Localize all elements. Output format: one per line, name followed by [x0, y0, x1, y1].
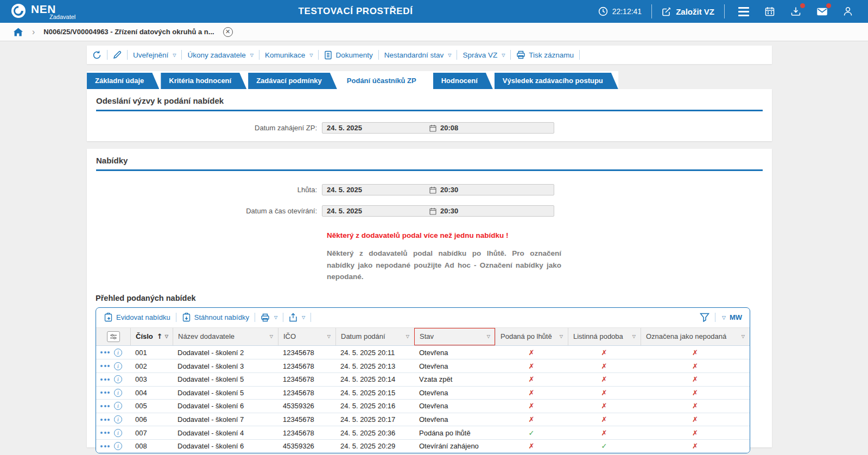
tab-4[interactable]: Podání účastníků ZP — [339, 73, 432, 89]
filter-caret-icon[interactable]: ▽ — [487, 334, 490, 339]
cell-ico: 12345678 — [278, 349, 335, 357]
column-header-nazev-dodavatele[interactable]: Název dodavatele▽ — [173, 328, 278, 345]
row-info-icon[interactable]: i — [114, 389, 122, 397]
stahnout-nabidky-button[interactable]: Stáhnout nabídky — [182, 313, 249, 322]
lhuta-field[interactable]: 24. 5. 2025 20:30 — [322, 184, 554, 195]
mw-toggle[interactable]: MW — [730, 313, 742, 321]
menu-ukony-zadavatele[interactable]: Úkony zadavatele▽ — [187, 51, 253, 59]
filter-caret-icon[interactable]: ▽ — [632, 334, 636, 339]
evidovat-nabidku-button[interactable]: Evidovat nabídku — [104, 313, 170, 322]
edit-button[interactable] — [113, 50, 122, 59]
table-row[interactable]: i 003 Dodavatel - školení 5 12345678 24.… — [96, 372, 750, 386]
cell-ico: 45359326 — [278, 402, 335, 410]
filter-caret-icon[interactable]: ▽ — [406, 334, 409, 339]
nen-logo[interactable]: NEN Zadavatel — [11, 3, 75, 20]
menu-uverejneni[interactable]: Uveřejnění▽ — [133, 51, 176, 59]
cell-ico: 12345678 — [278, 429, 335, 437]
cell-stav: Otevřena — [414, 389, 495, 397]
cell-podana-po-lhute-mark-cross: ✗ — [495, 402, 568, 410]
row-actions-icon[interactable] — [100, 419, 110, 421]
oteviani-time[interactable]: 20:30 — [440, 207, 541, 215]
calendar-button[interactable] — [763, 5, 776, 18]
downloads-button[interactable] — [789, 5, 802, 18]
column-header-oznacena-jako-nepodana[interactable]: Označena jako nepodaná▽ — [641, 328, 750, 345]
menu-nestandardni-stav[interactable]: Nestandardní stav▽ — [384, 51, 452, 59]
section-nabidky: Nabídky Lhůta: 24. 5. 2025 20:30 Datum a… — [87, 149, 772, 447]
column-header-listinna-podoba[interactable]: Listinná podoba▽ — [568, 328, 641, 345]
filter-caret-icon[interactable]: ▽ — [327, 334, 331, 339]
cell-listinna-podoba-mark-cross: ✗ — [568, 389, 641, 397]
breadcrumb-close-icon[interactable]: ✕ — [223, 27, 233, 37]
table-row[interactable]: i 004 Dodavatel - školení 5 12345678 24.… — [96, 386, 750, 400]
column-header-podana-po-lhute[interactable]: Podaná po lhůtě▽ — [495, 328, 568, 345]
calendar-small-icon — [429, 124, 436, 132]
oteviani-date[interactable]: 24. 5. 2025 — [322, 207, 429, 215]
table-row[interactable]: i 002 Dodavatel - školení 3 12345678 24.… — [96, 359, 750, 372]
filter-caret-icon[interactable]: ▽ — [165, 334, 168, 339]
filter-icon[interactable] — [700, 313, 709, 322]
row-info-icon[interactable]: i — [114, 375, 122, 383]
table-export-button[interactable]: ▽ — [289, 313, 305, 322]
environment-title: TESTOVACÍ PROSTŘEDÍ — [298, 6, 413, 17]
column-header-ico[interactable]: IČO▽ — [278, 328, 335, 345]
tab-5[interactable]: Hodnocení — [433, 73, 493, 89]
chevron-down-icon: ▽ — [173, 53, 176, 58]
breadcrumb-item[interactable]: N006/25/V00004963 - Zřízení datových okr… — [43, 28, 214, 36]
refresh-button[interactable] — [92, 50, 102, 60]
filter-caret-icon[interactable]: ▽ — [270, 334, 273, 339]
column-header-stav[interactable]: Stav▽ — [414, 328, 495, 345]
tab-1[interactable]: Základní údaje — [87, 73, 159, 89]
table-print-button[interactable]: ▽ — [261, 313, 277, 322]
messages-button[interactable] — [815, 5, 828, 18]
column-header-datum-podani[interactable]: Datum podání▽ — [335, 328, 414, 345]
row-actions-icon[interactable] — [100, 378, 110, 381]
column-header-cislo[interactable]: Číslo ↑ ▽ — [130, 328, 173, 345]
row-actions-icon[interactable] — [100, 432, 110, 434]
print-record-button[interactable]: Tisk záznamu — [516, 50, 574, 59]
row-info-icon[interactable]: i — [114, 442, 122, 450]
datum-zahajeni-time[interactable]: 20:08 — [440, 124, 541, 132]
datum-zahajeni-date[interactable]: 24. 5. 2025 — [322, 124, 429, 132]
row-info-icon[interactable]: i — [114, 349, 122, 357]
home-icon[interactable] — [13, 27, 23, 37]
field-label-lhuta: Lhůta: — [87, 186, 322, 194]
row-actions-icon[interactable] — [100, 351, 110, 353]
menu-dokumenty[interactable]: Dokumenty — [324, 50, 372, 60]
column-settings-icon[interactable] — [107, 331, 120, 342]
clock-icon — [598, 7, 608, 16]
create-vz-label: Založit VZ — [676, 7, 714, 16]
row-info-icon[interactable]: i — [114, 415, 122, 424]
row-info-icon[interactable]: i — [114, 429, 122, 437]
tab-2[interactable]: Kritéria hodnocení — [161, 73, 246, 89]
datum-zahajeni-field[interactable]: 24. 5. 2025 20:08 — [322, 122, 554, 134]
tab-6[interactable]: Výsledek zadávacího postupu — [495, 73, 618, 89]
profile-button[interactable] — [841, 5, 854, 18]
table-row[interactable]: i 008 Dodavatel - školení 6 45359326 24.… — [96, 439, 750, 453]
row-actions-icon[interactable] — [100, 405, 110, 407]
table-row[interactable]: i 005 Dodavatel - školení 6 45359326 24.… — [96, 399, 750, 413]
menu-sprava-vz[interactable]: Správa VZ▽ — [462, 51, 505, 59]
row-info-icon[interactable]: i — [114, 402, 122, 410]
row-info-icon[interactable]: i — [114, 362, 122, 370]
filter-caret-icon[interactable]: ▽ — [560, 334, 563, 339]
table-row[interactable]: i 007 Dodavatel - školení 4 12345678 24.… — [96, 426, 750, 439]
cell-datum-podani: 24. 5. 2025 20:15 — [335, 389, 414, 397]
oteviani-field[interactable]: 24. 5. 2025 20:30 — [322, 205, 554, 217]
table-row[interactable]: i 006 Dodavatel - školení 7 12345678 24.… — [96, 413, 750, 426]
row-actions-icon[interactable] — [100, 445, 110, 447]
chevron-down-icon: ▽ — [302, 315, 305, 320]
tab-3[interactable]: Zadávací podmínky — [248, 73, 337, 89]
chevron-down-icon[interactable]: ▽ — [722, 315, 726, 320]
lhuta-date[interactable]: 24. 5. 2025 — [322, 186, 429, 194]
cell-oznacena-nepodana-mark-cross: ✗ — [641, 415, 750, 424]
mail-icon — [816, 6, 828, 17]
row-actions-icon[interactable] — [100, 391, 110, 394]
row-actions-icon[interactable] — [100, 365, 110, 367]
create-vz-button[interactable]: Založit VZ — [662, 7, 714, 16]
lhuta-time[interactable]: 20:30 — [440, 186, 541, 194]
filter-caret-icon[interactable]: ▽ — [742, 334, 745, 339]
menu-komunikace[interactable]: Komunikace▽ — [265, 51, 313, 59]
table-row[interactable]: i 001 Dodavatel - školení 2 12345678 24.… — [96, 346, 750, 359]
menu-button[interactable] — [737, 5, 750, 18]
cell-podana-po-lhute-mark-check: ✓ — [495, 429, 568, 437]
